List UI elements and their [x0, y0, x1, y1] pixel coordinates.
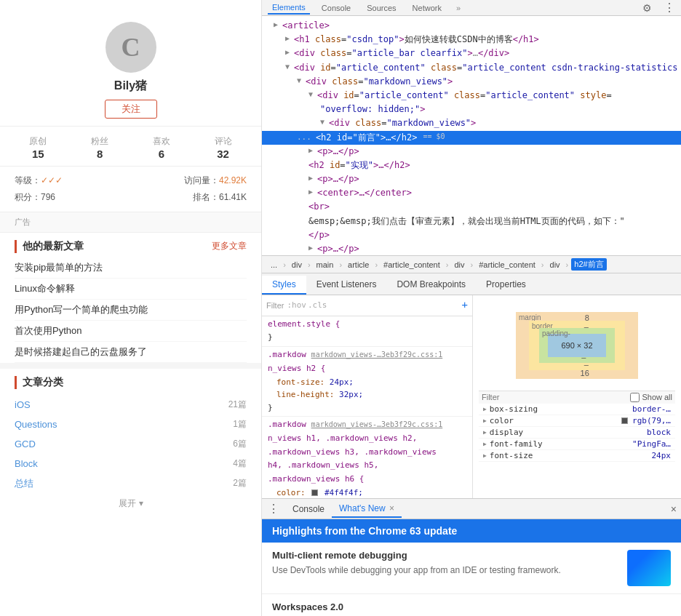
highlight-title-1: Workspaces 2.0: [272, 601, 671, 612]
tab-styles[interactable]: Styles: [262, 276, 306, 295]
filter-cls[interactable]: .cls: [308, 299, 327, 313]
points-label: 积分：: [15, 189, 41, 206]
article-item[interactable]: 安装pip最简单的方法: [15, 257, 247, 279]
css-rule-headings: .markdow markdown_views-…3eb3f29c.css:1 …: [262, 417, 472, 498]
categories-title: 文章分类: [15, 376, 63, 389]
triangle-icon[interactable]: ▶: [483, 417, 487, 424]
devtools-more-tabs-icon[interactable]: »: [456, 4, 461, 12]
article-item[interactable]: 用Python写一个简单的爬虫功能: [15, 300, 247, 321]
expand-arrow[interactable]: ▼: [285, 61, 292, 73]
html-line: ▶ <h1 class="csdn_top">如何快速转载CSDN中的博客</h…: [262, 33, 681, 47]
expand-arrow[interactable]: ▶: [308, 242, 316, 254]
css-source-link2[interactable]: markdown_views-…3eb3f29c.css:1: [311, 420, 443, 428]
expand-arrow[interactable]: ▼: [320, 116, 327, 128]
html-line: <h2 id="实现">…</h2>: [262, 159, 681, 172]
tab-event-listeners[interactable]: Event Listeners: [306, 276, 387, 295]
triangle-icon[interactable]: ▶: [483, 406, 487, 412]
border-bottom: –: [584, 360, 589, 369]
html-line-selected[interactable]: ... <h2 id="前言">…</h2> == $0: [262, 131, 681, 145]
more-articles-link[interactable]: 更多文章: [212, 240, 247, 252]
article-item[interactable]: 首次使用Python: [15, 321, 247, 342]
category-questions[interactable]: Questions 1篇: [15, 415, 247, 434]
css-rule-element-style: element.style { }: [262, 316, 472, 347]
triangle-icon[interactable]: ▶: [483, 452, 487, 459]
show-all-label[interactable]: Show all: [630, 393, 672, 402]
meta-points: 积分： 796 排名： 61.41K: [15, 189, 247, 206]
close-tab-icon[interactable]: ×: [389, 503, 394, 513]
html-line: </p>: [262, 228, 681, 242]
category-gcd-name: GCD: [15, 439, 36, 449]
ad-section: 广告: [0, 212, 261, 233]
triangle-icon[interactable]: ▶: [483, 441, 487, 447]
expand-arrow[interactable]: ▶: [308, 186, 316, 198]
padding-box: padding- 690 × 32 –: [539, 328, 615, 363]
breadcrumb-div2[interactable]: div: [451, 260, 467, 270]
stat-comments-value: 32: [217, 148, 229, 160]
css-source-link[interactable]: markdown_views-…3eb3f29c.css:1: [311, 351, 443, 359]
category-summary[interactable]: 总结 2篇: [15, 473, 247, 494]
highlight-item-0: Multi-client remote debugging Use DevToo…: [262, 543, 681, 594]
expand-label: 展开: [119, 497, 136, 510]
html-line: ▼ <div class="markdown_views">: [262, 75, 681, 89]
console-more-icon[interactable]: ⋮: [262, 503, 285, 515]
category-gcd[interactable]: GCD 6篇: [15, 434, 247, 454]
styles-tabs-bar: Styles Event Listeners DOM Breakpoints P…: [262, 273, 681, 295]
add-style-icon[interactable]: +: [462, 297, 468, 314]
breadcrumb-div[interactable]: div: [289, 260, 305, 270]
sidebar: C Bily猪 关注 原创 15 粉丝 8 喜欢 6 评论 32 等级： ✓✓✓…: [0, 0, 262, 616]
breadcrumb-h2[interactable]: h2#前言: [571, 258, 606, 271]
username: Bily猪: [114, 79, 147, 94]
breadcrumb-article-content2[interactable]: #article_content: [476, 260, 538, 270]
computed-item: ▶ display block: [479, 427, 675, 439]
points-value: 796: [41, 189, 55, 206]
triangle-icon[interactable]: ▶: [483, 429, 487, 436]
avatar: C: [105, 22, 156, 73]
computed-filter-input[interactable]: [482, 393, 630, 401]
breadcrumb-main[interactable]: main: [314, 260, 337, 270]
expand-arrow[interactable]: ▶: [274, 19, 281, 31]
devtools-top-tab-console[interactable]: Console: [317, 2, 355, 14]
html-line: ▼ <div class="markdown_views">: [262, 116, 681, 130]
devtools-settings-icon[interactable]: ⚙: [642, 2, 652, 14]
expand-arrow[interactable]: ▶: [308, 172, 316, 184]
breadcrumb-article-content[interactable]: #article_content: [381, 260, 443, 270]
tab-dom-breakpoints[interactable]: DOM Breakpoints: [386, 276, 476, 295]
devtools-menu-icon[interactable]: ⋮: [664, 1, 675, 15]
expand-arrow[interactable]: ▶: [285, 33, 292, 44]
tab-properties[interactable]: Properties: [476, 276, 536, 295]
close-console-icon[interactable]: ×: [671, 503, 677, 515]
devtools-top-tab-sources[interactable]: Sources: [362, 2, 400, 14]
profile-section: C Bily猪 关注: [0, 7, 261, 127]
category-questions-name: Questions: [15, 419, 57, 430]
middle-panel: Styles Event Listeners DOM Breakpoints P…: [262, 273, 681, 499]
filter-label: Filter: [266, 299, 284, 313]
tab-whats-new[interactable]: What's New ×: [332, 500, 402, 518]
breadcrumb-ellipsis[interactable]: ...: [268, 260, 280, 270]
article-item[interactable]: Linux命令解释: [15, 279, 247, 300]
stat-followers-value: 8: [97, 148, 103, 160]
follow-button[interactable]: 关注: [105, 100, 157, 119]
category-block-count: 4篇: [233, 457, 247, 470]
expand-arrow[interactable]: ▼: [297, 75, 304, 87]
breadcrumb-article[interactable]: article: [345, 260, 372, 270]
expand-arrow[interactable]: ▶: [285, 47, 292, 58]
expand-arrow[interactable]: ▼: [308, 89, 316, 100]
category-ios[interactable]: iOS 21篇: [15, 395, 247, 415]
filter-pseudo[interactable]: :hov: [287, 299, 306, 313]
console-content: Multi-client remote debugging Use DevToo…: [262, 543, 681, 616]
show-all-checkbox[interactable]: [630, 393, 640, 402]
expand-categories-button[interactable]: 展开 ▾: [15, 494, 247, 513]
category-block[interactable]: Block 4篇: [15, 454, 247, 473]
expand-arrow[interactable]: ▶: [308, 145, 316, 156]
tab-console[interactable]: Console: [285, 501, 332, 517]
article-item[interactable]: 是时候搭建起自己的云盘服务了: [15, 342, 247, 363]
breadcrumb-div3[interactable]: div: [547, 260, 563, 270]
category-ios-name: iOS: [15, 399, 31, 410]
devtools-top-tab-network[interactable]: Network: [408, 2, 446, 14]
console-highlight-title: Highlights from the Chrome 63 update: [272, 525, 457, 537]
styles-panel: Filter :hov .cls + element.style { } .ma…: [262, 295, 473, 498]
devtools-top-tab-elements[interactable]: Elements: [268, 1, 310, 15]
meta-level: 等级： ✓✓✓ 访问量： 42.92K: [15, 172, 247, 189]
level-label: 等级：: [15, 172, 41, 189]
html-line: ▶ <p>…</p>: [262, 242, 681, 256]
